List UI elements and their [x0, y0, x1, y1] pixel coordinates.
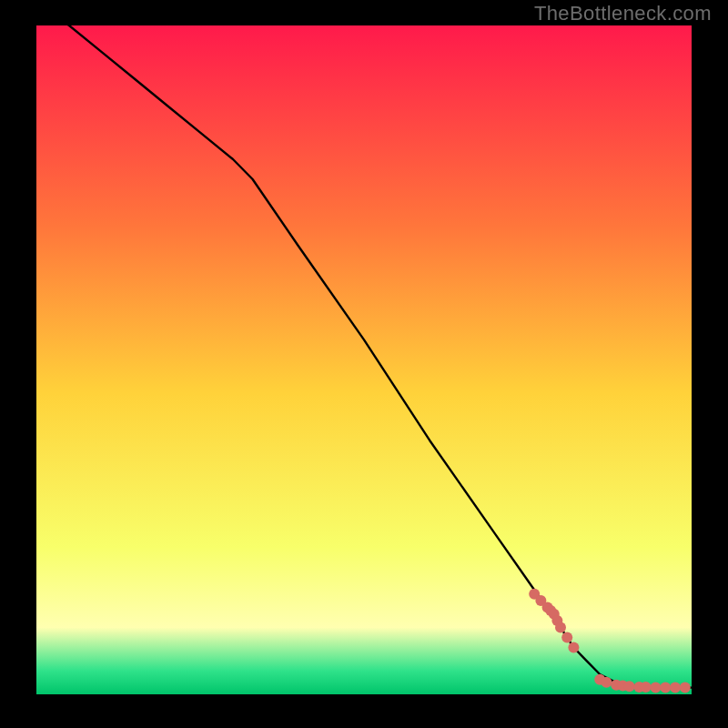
data-point — [561, 632, 572, 643]
data-point — [568, 642, 579, 653]
data-point — [624, 681, 635, 692]
gradient-background — [36, 25, 692, 694]
data-point — [680, 682, 691, 693]
data-point — [670, 682, 681, 693]
data-point — [555, 622, 566, 633]
plot-area — [36, 25, 692, 694]
chart-svg — [36, 25, 692, 694]
data-point — [660, 682, 671, 693]
data-point — [650, 682, 661, 693]
chart-frame: TheBottleneck.com — [0, 0, 728, 728]
data-point — [641, 682, 652, 693]
watermark-text: TheBottleneck.com — [534, 2, 712, 25]
data-point — [601, 677, 612, 688]
